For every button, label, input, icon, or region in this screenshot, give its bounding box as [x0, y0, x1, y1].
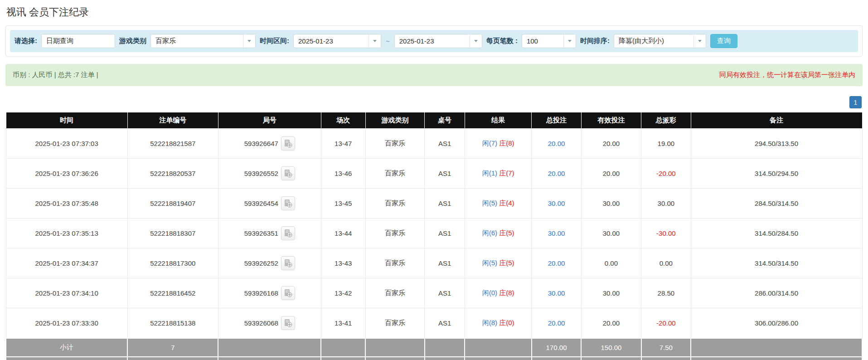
cell-time: 2025-01-23 07:34:37: [6, 248, 127, 278]
cell-valid-bet: 20.00: [581, 159, 641, 189]
page-title: 视讯 会员下注纪录: [6, 5, 863, 19]
cell-game-type: 百家乐: [365, 129, 424, 159]
chevron-down-icon[interactable]: [563, 34, 576, 48]
total-bet-link[interactable]: 30.00: [548, 289, 565, 297]
game-type-select[interactable]: [150, 34, 256, 48]
round-id-text: 593926454: [244, 199, 278, 207]
cell-result: 闲(6) 庄(5): [465, 219, 531, 248]
cell-payout: -20.00: [641, 159, 691, 189]
page-size-select[interactable]: [522, 34, 576, 48]
table-row: 2025-01-23 07:36:26 522218820537 5939265…: [6, 159, 862, 189]
video-replay-button[interactable]: [281, 316, 295, 330]
cell-valid-bet: 20.00: [581, 308, 641, 339]
subtotal-count: 7: [127, 338, 218, 357]
col-bet-id: 注单编号: [127, 112, 218, 129]
total-bet-link[interactable]: 30.00: [548, 199, 565, 207]
total-bet-link[interactable]: 20.00: [548, 259, 565, 267]
query-type-value[interactable]: [42, 34, 115, 48]
cell-valid-bet: 20.00: [581, 129, 641, 159]
video-replay-button[interactable]: [281, 136, 295, 151]
col-round-id: 局号: [218, 112, 321, 129]
cell-result: 闲(1) 庄(7): [465, 159, 531, 189]
cell-round-id: 593926647: [218, 129, 321, 159]
total-bet-link[interactable]: 20.00: [548, 319, 565, 327]
cell-round-id: 593926351: [218, 219, 321, 248]
date-to-picker[interactable]: [394, 34, 482, 48]
col-table-no: 桌号: [425, 112, 465, 129]
result-player: 闲(6): [482, 229, 497, 237]
date-from-value[interactable]: [294, 34, 369, 48]
total-bet-link[interactable]: 20.00: [548, 170, 565, 177]
col-note: 备注: [691, 112, 862, 129]
time-sort-value[interactable]: [614, 34, 693, 48]
video-replay-button[interactable]: [281, 196, 295, 210]
date-from-picker[interactable]: [293, 34, 381, 48]
game-type-value[interactable]: [151, 34, 243, 48]
cell-result: 闲(5) 庄(4): [465, 189, 531, 219]
cell-game-type: 百家乐: [365, 159, 424, 189]
cell-time: 2025-01-23 07:35:13: [6, 219, 127, 248]
search-button[interactable]: 查询: [710, 34, 737, 48]
cell-note: 306.00/286.00: [691, 308, 862, 339]
chevron-down-icon[interactable]: [693, 34, 706, 48]
result-player: 闲(5): [482, 259, 497, 267]
chevron-down-icon[interactable]: [369, 34, 381, 48]
round-id-text: 593926252: [244, 259, 278, 267]
filter-bar: 请选择: 游戏类别 时间区间: ~ 每页笔数 :: [10, 30, 858, 52]
total-label: 总计: [6, 357, 127, 360]
table-body: 2025-01-23 07:37:03 522218821587 5939266…: [6, 129, 862, 339]
video-replay-button[interactable]: [281, 226, 295, 240]
cell-session: 13-46: [321, 159, 365, 189]
cell-valid-bet: 0.00: [581, 248, 641, 278]
cell-note: 294.50/313.50: [691, 129, 862, 159]
game-type-label: 游戏类别: [119, 37, 146, 45]
total-bet-link[interactable]: 20.00: [548, 140, 565, 147]
cell-bet-id: 522218819407: [127, 189, 218, 219]
cell-valid-bet: 30.00: [581, 278, 641, 308]
result-banker: 庄(7): [499, 169, 514, 177]
query-type-select[interactable]: [41, 34, 115, 48]
cell-game-type: 百家乐: [365, 248, 424, 278]
cell-game-type: 百家乐: [365, 278, 424, 308]
page-size-value[interactable]: [522, 34, 563, 48]
date-to-value[interactable]: [395, 34, 470, 48]
cell-payout: 30.00: [641, 189, 691, 219]
cell-session: 13-44: [321, 219, 365, 248]
total-bet-link[interactable]: 30.00: [548, 229, 565, 237]
time-sort-select[interactable]: [614, 34, 706, 48]
subtotal-payout: 7.50: [641, 338, 691, 357]
table-row: 2025-01-23 07:37:03 522218821587 5939266…: [6, 129, 862, 159]
cell-result: 闲(5) 庄(5): [465, 248, 531, 278]
video-file-icon: [284, 289, 292, 297]
cell-note: 284.50/314.50: [691, 189, 862, 219]
filter-panel: 请选择: 游戏类别 时间区间: ~ 每页笔数 :: [5, 25, 863, 57]
video-replay-button[interactable]: [281, 286, 295, 300]
result-banker: 庄(8): [499, 139, 514, 147]
cell-session: 13-43: [321, 248, 365, 278]
col-payout: 总派彩: [641, 112, 691, 129]
video-replay-button[interactable]: [281, 166, 295, 180]
subtotal-total-bet: 170.00: [532, 338, 582, 357]
video-replay-button[interactable]: [281, 256, 295, 270]
result-player: 闲(7): [482, 139, 497, 147]
page-1-button[interactable]: 1: [849, 96, 862, 108]
table-row: 2025-01-23 07:34:37 522218817300 5939262…: [6, 248, 862, 278]
cell-total-bet: 20.00: [532, 248, 582, 278]
result-banker: 庄(4): [499, 199, 514, 207]
cell-bet-id: 522218820537: [127, 159, 218, 189]
chevron-down-icon[interactable]: [243, 34, 255, 48]
col-valid-bet: 有效投注: [581, 112, 641, 129]
round-id-text: 593926068: [244, 319, 278, 327]
table-row: 2025-01-23 07:33:30 522218815138 5939260…: [6, 308, 862, 339]
total-payout: 7.50: [641, 357, 691, 360]
cell-round-id: 593926168: [218, 278, 321, 308]
table-row: 2025-01-23 07:35:13 522218818307 5939263…: [6, 219, 862, 248]
result-banker: 庄(5): [499, 259, 514, 267]
video-file-icon: [284, 229, 292, 238]
col-total-bet: 总投注: [532, 112, 582, 129]
cell-total-bet: 30.00: [532, 219, 582, 248]
page-size-label: 每页笔数 :: [486, 37, 518, 45]
cell-total-bet: 20.00: [532, 129, 582, 159]
round-id-text: 593926168: [244, 289, 278, 297]
chevron-down-icon[interactable]: [470, 34, 482, 48]
